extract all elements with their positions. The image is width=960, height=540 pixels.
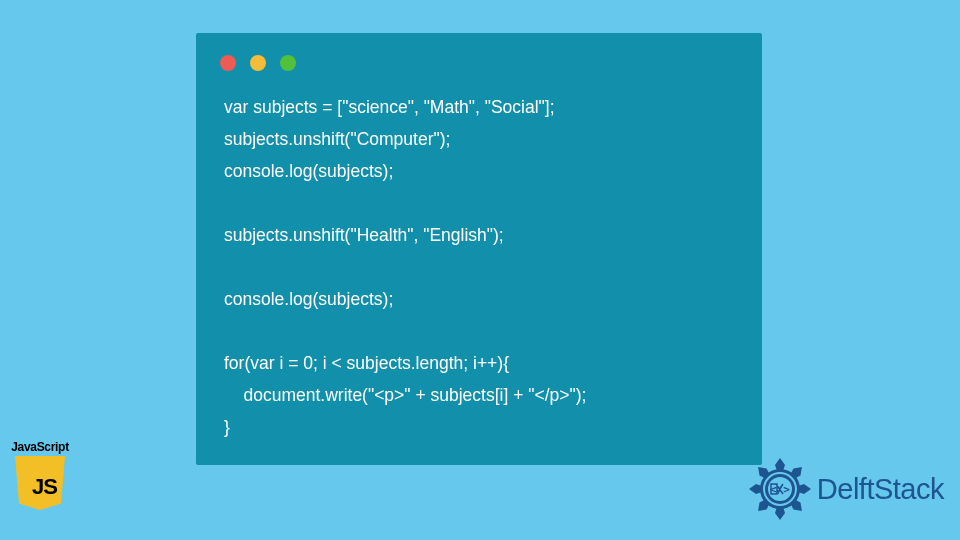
window-controls (220, 55, 296, 71)
code-window: var subjects = ["science", "Math", "Soci… (196, 33, 762, 465)
delftstack-logo: </> DelftStack (747, 456, 944, 522)
svg-text:</>: </> (770, 483, 790, 496)
javascript-icon-text: JS (32, 474, 57, 500)
delftstack-emblem-icon: </> (747, 456, 813, 522)
minimize-dot-icon (250, 55, 266, 71)
javascript-shield-icon: JS (15, 456, 65, 510)
javascript-label: JavaScript (5, 440, 75, 454)
maximize-dot-icon (280, 55, 296, 71)
close-dot-icon (220, 55, 236, 71)
code-block: var subjects = ["science", "Math", "Soci… (224, 91, 586, 443)
delftstack-brand-text: DelftStack (817, 473, 944, 506)
javascript-badge: JavaScript JS (5, 440, 75, 510)
